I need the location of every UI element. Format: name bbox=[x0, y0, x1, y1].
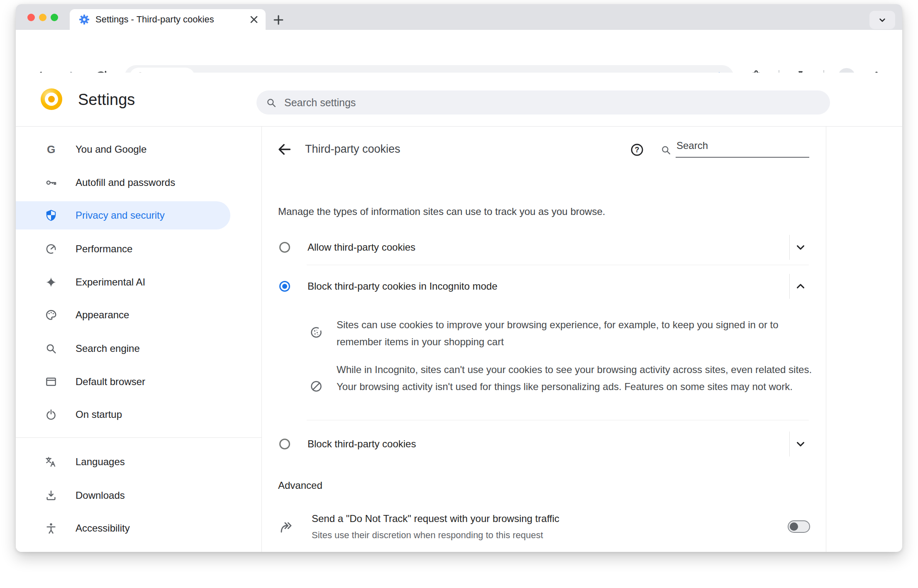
tab-title-fade bbox=[224, 9, 242, 30]
option-label[interactable]: Block third-party cookies in Incognito m… bbox=[308, 281, 498, 292]
tab-title: Settings - Third-party cookies bbox=[95, 9, 241, 30]
settings-search-input[interactable] bbox=[283, 96, 830, 109]
sidebar-item-default-browser[interactable]: Default browser bbox=[16, 368, 262, 396]
sidebar-item-experimental-ai[interactable]: Experimental AI bbox=[16, 268, 262, 296]
detail-text: While in Incognito, sites can't use your… bbox=[337, 361, 814, 395]
sidebar-item-autofill[interactable]: Autofill and passwords bbox=[16, 168, 262, 197]
accessibility-icon bbox=[45, 522, 57, 534]
help-icon[interactable]: ? bbox=[630, 143, 644, 157]
radio-block-third-party-incognito[interactable] bbox=[279, 281, 290, 292]
advanced-section-label: Advanced bbox=[278, 480, 322, 491]
minimize-window-button[interactable] bbox=[39, 14, 46, 21]
chrome-settings-logo bbox=[41, 88, 62, 110]
toggle-knob bbox=[790, 522, 798, 531]
cookie-icon bbox=[310, 326, 323, 339]
radio-block-third-party-cookies[interactable] bbox=[279, 439, 290, 449]
svg-text:?: ? bbox=[635, 146, 640, 154]
row-expand-divider bbox=[789, 432, 790, 456]
option-label[interactable]: Block third-party cookies bbox=[308, 438, 416, 450]
browser-toolbar: Chrome chrome://settings/cookies bbox=[16, 30, 902, 73]
page-search-field[interactable] bbox=[676, 139, 809, 158]
palette-icon bbox=[45, 309, 57, 321]
page-title: Third-party cookies bbox=[305, 143, 400, 156]
do-not-track-toggle[interactable] bbox=[788, 520, 810, 533]
settings-search-bar[interactable] bbox=[256, 90, 830, 115]
google-g-icon: G bbox=[45, 143, 57, 156]
browser-window: Settings - Third-party cookies bbox=[16, 4, 902, 552]
sidebar-item-you-and-google[interactable]: G You and Google bbox=[16, 135, 262, 163]
chrome-settings-logo-inner bbox=[45, 93, 58, 106]
chevron-down-icon[interactable] bbox=[794, 241, 807, 254]
search-icon bbox=[266, 97, 277, 108]
intro-text: Manage the types of information sites ca… bbox=[278, 206, 605, 217]
speedometer-icon bbox=[45, 243, 57, 255]
tab-close-icon[interactable] bbox=[248, 14, 260, 25]
download-icon bbox=[45, 489, 57, 502]
zoom-window-button[interactable] bbox=[51, 14, 58, 21]
sparkle-icon bbox=[45, 276, 57, 288]
sidebar-item-privacy-and-security[interactable]: Privacy and security bbox=[16, 201, 262, 229]
translate-icon bbox=[45, 456, 57, 468]
row-divider bbox=[307, 265, 809, 265]
tab-strip: Settings - Third-party cookies bbox=[16, 4, 902, 30]
row-divider bbox=[307, 420, 809, 420]
sidebar-item-downloads[interactable]: Downloads bbox=[16, 481, 262, 510]
chevron-down-icon[interactable] bbox=[794, 438, 807, 450]
sidebar-item-search-engine[interactable]: Search engine bbox=[16, 334, 262, 363]
settings-gear-favicon bbox=[78, 13, 90, 26]
svg-text:G: G bbox=[47, 143, 55, 156]
row-expand-divider bbox=[789, 235, 790, 260]
search-icon bbox=[45, 342, 57, 355]
new-tab-button[interactable] bbox=[271, 13, 286, 27]
key-icon bbox=[45, 176, 57, 189]
page-search-input[interactable] bbox=[676, 139, 811, 152]
do-not-track-subtitle: Sites use their discretion when respondi… bbox=[312, 530, 543, 541]
detail-text: Sites can use cookies to improve your br… bbox=[337, 316, 814, 350]
shield-icon bbox=[45, 209, 57, 222]
radio-allow-third-party-cookies[interactable] bbox=[279, 242, 290, 253]
sidebar-item-performance[interactable]: Performance bbox=[16, 235, 262, 263]
close-window-button[interactable] bbox=[27, 14, 35, 21]
row-expand-divider bbox=[789, 274, 790, 299]
sidebar-item-appearance[interactable]: Appearance bbox=[16, 301, 262, 329]
page-back-arrow-icon[interactable] bbox=[277, 142, 292, 157]
content-right-rule bbox=[826, 127, 826, 552]
sidebar-divider bbox=[16, 437, 262, 438]
power-icon bbox=[45, 408, 57, 421]
tab-search-chevron-button[interactable] bbox=[869, 11, 895, 29]
sidebar-item-languages[interactable]: Languages bbox=[16, 448, 262, 476]
tab-settings[interactable]: Settings - Third-party cookies bbox=[70, 9, 266, 30]
do-not-track-title: Send a "Do Not Track" request with your … bbox=[312, 513, 559, 525]
blocked-icon bbox=[310, 380, 323, 393]
do-not-track-icon bbox=[279, 520, 293, 534]
sidebar-item-on-startup[interactable]: On startup bbox=[16, 400, 262, 429]
browser-window-icon bbox=[45, 376, 57, 388]
page-search-icon bbox=[660, 144, 671, 156]
settings-title: Settings bbox=[78, 73, 135, 127]
sidebar-item-accessibility[interactable]: Accessibility bbox=[16, 514, 262, 542]
option-label[interactable]: Allow third-party cookies bbox=[308, 242, 415, 253]
settings-header: Settings bbox=[16, 73, 902, 127]
chevron-up-icon[interactable] bbox=[794, 280, 807, 293]
